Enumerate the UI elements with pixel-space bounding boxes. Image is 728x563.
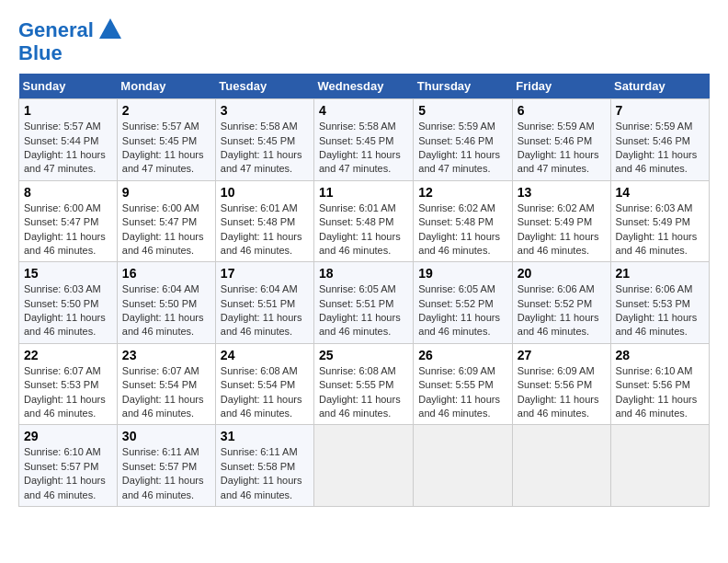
- calendar-week-2: 8 Sunrise: 6:00 AMSunset: 5:47 PMDayligh…: [19, 180, 710, 262]
- day-info: Sunrise: 6:04 AMSunset: 5:51 PMDaylight:…: [221, 282, 309, 339]
- day-number: 7: [616, 103, 704, 118]
- day-number: 22: [24, 348, 112, 362]
- weekday-header-friday: Friday: [512, 74, 610, 99]
- day-number: 8: [24, 185, 112, 200]
- day-info: Sunrise: 6:00 AMSunset: 5:47 PMDaylight:…: [24, 201, 112, 259]
- calendar-cell: 3 Sunrise: 5:58 AMSunset: 5:45 PMDayligh…: [215, 99, 313, 181]
- calendar-table: SundayMondayTuesdayWednesdayThursdayFrid…: [18, 74, 710, 507]
- day-number: 12: [418, 185, 507, 200]
- day-info: Sunrise: 6:08 AMSunset: 5:54 PMDaylight:…: [221, 364, 309, 421]
- day-number: 18: [319, 266, 408, 281]
- day-number: 3: [221, 103, 309, 118]
- day-number: 31: [221, 429, 309, 443]
- calendar-cell: 5 Sunrise: 5:59 AMSunset: 5:46 PMDayligh…: [414, 99, 513, 181]
- calendar-cell: 12 Sunrise: 6:02 AMSunset: 5:48 PMDaylig…: [414, 180, 513, 262]
- calendar-cell: 15 Sunrise: 6:03 AMSunset: 5:50 PMDaylig…: [19, 262, 118, 344]
- weekday-header-monday: Monday: [117, 74, 215, 99]
- day-number: 6: [518, 103, 606, 118]
- calendar-week-4: 22 Sunrise: 6:07 AMSunset: 5:53 PMDaylig…: [19, 343, 710, 425]
- day-number: 5: [418, 103, 507, 118]
- calendar-cell: [313, 425, 413, 507]
- day-number: 24: [221, 348, 309, 362]
- day-info: Sunrise: 6:08 AMSunset: 5:55 PMDaylight:…: [319, 364, 408, 421]
- day-number: 10: [221, 185, 309, 200]
- calendar-cell: 18 Sunrise: 6:05 AMSunset: 5:51 PMDaylig…: [313, 262, 413, 344]
- logo: General Blue: [18, 18, 123, 64]
- weekday-header-thursday: Thursday: [414, 74, 513, 99]
- day-number: 2: [122, 103, 210, 118]
- day-info: Sunrise: 6:02 AMSunset: 5:48 PMDaylight:…: [418, 201, 507, 259]
- day-info: Sunrise: 5:59 AMSunset: 5:46 PMDaylight:…: [616, 120, 704, 177]
- day-info: Sunrise: 6:00 AMSunset: 5:47 PMDaylight:…: [122, 201, 210, 259]
- day-number: 27: [518, 348, 606, 362]
- day-info: Sunrise: 5:58 AMSunset: 5:45 PMDaylight:…: [319, 120, 408, 177]
- day-number: 29: [24, 429, 112, 443]
- calendar-cell: [512, 425, 610, 507]
- day-info: Sunrise: 6:07 AMSunset: 5:53 PMDaylight:…: [24, 364, 112, 421]
- day-info: Sunrise: 6:09 AMSunset: 5:55 PMDaylight:…: [418, 364, 507, 421]
- calendar-cell: 13 Sunrise: 6:02 AMSunset: 5:49 PMDaylig…: [512, 180, 610, 262]
- weekday-header-saturday: Saturday: [610, 74, 709, 99]
- calendar-cell: 26 Sunrise: 6:09 AMSunset: 5:55 PMDaylig…: [414, 343, 513, 425]
- day-number: 13: [518, 185, 606, 200]
- calendar-cell: 8 Sunrise: 6:00 AMSunset: 5:47 PMDayligh…: [19, 180, 118, 262]
- day-info: Sunrise: 5:59 AMSunset: 5:46 PMDaylight:…: [418, 120, 507, 177]
- day-number: 16: [122, 266, 210, 281]
- calendar-cell: 16 Sunrise: 6:04 AMSunset: 5:50 PMDaylig…: [117, 262, 215, 344]
- day-number: 28: [616, 348, 704, 362]
- svg-marker-0: [99, 18, 121, 39]
- logo-icon: [97, 17, 123, 42]
- day-info: Sunrise: 6:06 AMSunset: 5:52 PMDaylight:…: [518, 282, 606, 339]
- day-number: 17: [221, 266, 309, 281]
- calendar-cell: [610, 425, 709, 507]
- day-info: Sunrise: 5:57 AMSunset: 5:45 PMDaylight:…: [122, 120, 210, 177]
- calendar-week-1: 1 Sunrise: 5:57 AMSunset: 5:44 PMDayligh…: [19, 99, 710, 181]
- calendar-cell: 23 Sunrise: 6:07 AMSunset: 5:54 PMDaylig…: [117, 343, 215, 425]
- calendar-week-3: 15 Sunrise: 6:03 AMSunset: 5:50 PMDaylig…: [19, 262, 710, 344]
- weekday-header-sunday: Sunday: [19, 74, 118, 99]
- calendar-cell: 20 Sunrise: 6:06 AMSunset: 5:52 PMDaylig…: [512, 262, 610, 344]
- calendar-cell: 29 Sunrise: 6:10 AMSunset: 5:57 PMDaylig…: [19, 425, 118, 507]
- day-number: 11: [319, 185, 408, 200]
- calendar-cell: 4 Sunrise: 5:58 AMSunset: 5:45 PMDayligh…: [313, 99, 413, 181]
- calendar-cell: 2 Sunrise: 5:57 AMSunset: 5:45 PMDayligh…: [117, 99, 215, 181]
- calendar-cell: 7 Sunrise: 5:59 AMSunset: 5:46 PMDayligh…: [610, 99, 709, 181]
- day-number: 30: [122, 429, 210, 443]
- day-info: Sunrise: 5:59 AMSunset: 5:46 PMDaylight:…: [518, 120, 606, 177]
- calendar-cell: 25 Sunrise: 6:08 AMSunset: 5:55 PMDaylig…: [313, 343, 413, 425]
- day-info: Sunrise: 6:10 AMSunset: 5:57 PMDaylight:…: [24, 445, 112, 502]
- day-info: Sunrise: 5:58 AMSunset: 5:45 PMDaylight:…: [221, 120, 309, 177]
- day-number: 9: [122, 185, 210, 200]
- calendar-cell: 22 Sunrise: 6:07 AMSunset: 5:53 PMDaylig…: [19, 343, 118, 425]
- calendar-cell: 19 Sunrise: 6:05 AMSunset: 5:52 PMDaylig…: [414, 262, 513, 344]
- calendar-cell: 24 Sunrise: 6:08 AMSunset: 5:54 PMDaylig…: [215, 343, 313, 425]
- day-number: 23: [122, 348, 210, 362]
- calendar-cell: 31 Sunrise: 6:11 AMSunset: 5:58 PMDaylig…: [215, 425, 313, 507]
- day-info: Sunrise: 6:10 AMSunset: 5:56 PMDaylight:…: [616, 364, 704, 421]
- day-info: Sunrise: 6:03 AMSunset: 5:49 PMDaylight:…: [616, 201, 704, 259]
- day-number: 25: [319, 348, 408, 362]
- logo-text: General: [18, 19, 94, 41]
- day-number: 20: [518, 266, 606, 281]
- calendar-cell: 1 Sunrise: 5:57 AMSunset: 5:44 PMDayligh…: [19, 99, 118, 181]
- day-number: 15: [24, 266, 112, 281]
- calendar-cell: 11 Sunrise: 6:01 AMSunset: 5:48 PMDaylig…: [313, 180, 413, 262]
- day-info: Sunrise: 6:09 AMSunset: 5:56 PMDaylight:…: [518, 364, 606, 421]
- day-info: Sunrise: 5:57 AMSunset: 5:44 PMDaylight:…: [24, 120, 112, 177]
- day-info: Sunrise: 6:06 AMSunset: 5:53 PMDaylight:…: [616, 282, 704, 339]
- calendar-cell: [414, 425, 513, 507]
- day-info: Sunrise: 6:05 AMSunset: 5:52 PMDaylight:…: [418, 282, 507, 339]
- weekday-header-wednesday: Wednesday: [313, 74, 413, 99]
- day-info: Sunrise: 6:01 AMSunset: 5:48 PMDaylight:…: [221, 201, 309, 259]
- day-info: Sunrise: 6:05 AMSunset: 5:51 PMDaylight:…: [319, 282, 408, 339]
- day-info: Sunrise: 6:02 AMSunset: 5:49 PMDaylight:…: [518, 201, 606, 259]
- day-number: 1: [24, 103, 112, 118]
- weekday-header-tuesday: Tuesday: [215, 74, 313, 99]
- calendar-cell: 28 Sunrise: 6:10 AMSunset: 5:56 PMDaylig…: [610, 343, 709, 425]
- day-number: 14: [616, 185, 704, 200]
- calendar-cell: 27 Sunrise: 6:09 AMSunset: 5:56 PMDaylig…: [512, 343, 610, 425]
- calendar-cell: 21 Sunrise: 6:06 AMSunset: 5:53 PMDaylig…: [610, 262, 709, 344]
- day-info: Sunrise: 6:07 AMSunset: 5:54 PMDaylight:…: [122, 364, 210, 421]
- calendar-cell: 14 Sunrise: 6:03 AMSunset: 5:49 PMDaylig…: [610, 180, 709, 262]
- calendar-cell: 6 Sunrise: 5:59 AMSunset: 5:46 PMDayligh…: [512, 99, 610, 181]
